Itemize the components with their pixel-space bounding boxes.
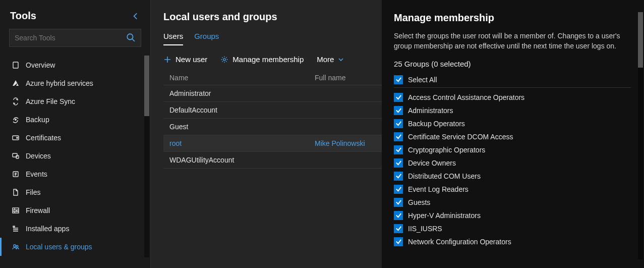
group-checkbox[interactable]	[394, 145, 403, 154]
tabs: UsersGroups	[163, 32, 382, 46]
sidebar-item-installed-apps[interactable]: Installed apps	[0, 220, 150, 238]
panel-scrollbar-thumb[interactable]	[638, 12, 643, 68]
filesync-icon	[12, 97, 20, 105]
more-button[interactable]: More	[317, 55, 344, 64]
group-label: Network Configuration Operators	[408, 238, 511, 246]
users-table: Name Full name AdministratorDefaultAccou…	[163, 71, 382, 169]
group-row[interactable]: Access Control Assistance Operators	[394, 91, 641, 104]
cell-name: Administrator	[168, 89, 315, 97]
group-row[interactable]: Cryptographic Operators	[394, 143, 641, 156]
group-row[interactable]: Distributed COM Users	[394, 170, 641, 183]
svg-rect-8	[13, 208, 19, 213]
overview-icon	[12, 61, 20, 69]
sidebar-item-label: Files	[26, 188, 41, 196]
certificates-icon	[12, 134, 20, 142]
group-row[interactable]: IIS_IUSRS	[394, 222, 641, 235]
sidebar-item-label: Azure File Sync	[26, 97, 75, 105]
panel-scrollbar[interactable]	[638, 12, 643, 259]
sidebar-item-events[interactable]: Events	[0, 165, 150, 183]
sidebar-item-label: Local users & groups	[26, 243, 92, 251]
group-row[interactable]: Device Owners	[394, 156, 641, 170]
table-row[interactable]: Administrator	[163, 85, 382, 102]
group-checkbox[interactable]	[394, 224, 403, 233]
sidebar: Tools OverviewAzure hybrid servicesAzure…	[0, 0, 151, 268]
table-header: Name Full name	[163, 71, 382, 85]
sidebar-item-azure-file-sync[interactable]: Azure File Sync	[0, 92, 150, 111]
table-row[interactable]: rootMike Polinowski	[163, 135, 382, 152]
sidebar-item-local-users-groups[interactable]: Local users & groups	[0, 238, 150, 256]
sidebar-item-label: Azure hybrid services	[26, 79, 93, 87]
gear-icon	[220, 56, 228, 64]
group-checkbox[interactable]	[394, 185, 403, 194]
sidebar-title: Tools	[10, 10, 36, 22]
plus-icon	[163, 56, 171, 64]
group-label: Access Control Assistance Operators	[408, 93, 524, 101]
svg-rect-1	[13, 62, 18, 68]
membership-panel: Manage membership Select the groups the …	[382, 0, 644, 268]
tab-users[interactable]: Users	[163, 32, 183, 45]
sidebar-scrollbar[interactable]	[144, 56, 149, 257]
group-checkbox[interactable]	[394, 211, 403, 220]
group-row[interactable]: Network Configuration Operators	[394, 235, 641, 248]
search-icon[interactable]	[126, 33, 135, 42]
group-checkbox[interactable]	[394, 119, 403, 128]
group-row[interactable]: Event Log Readers	[394, 183, 641, 196]
sidebar-scrollbar-thumb[interactable]	[144, 56, 149, 116]
cell-name: WDAGUtilityAccount	[168, 156, 315, 164]
backup-icon	[12, 116, 20, 124]
svg-point-0	[127, 34, 133, 39]
column-name[interactable]: Name	[168, 74, 315, 82]
cell-name: Guest	[168, 123, 315, 131]
table-row[interactable]: DefaultAccount	[163, 102, 382, 119]
sidebar-item-azure-hybrid-services[interactable]: Azure hybrid services	[0, 74, 150, 92]
group-checkbox[interactable]	[394, 158, 403, 168]
sidebar-item-label: Overview	[26, 61, 55, 69]
group-checkbox[interactable]	[394, 237, 403, 246]
group-row[interactable]: Hyper-V Administrators	[394, 209, 641, 222]
group-checkbox[interactable]	[394, 106, 403, 115]
cell-name: DefaultAccount	[168, 106, 315, 114]
devices-icon	[12, 152, 20, 160]
main-content: Local users and groups UsersGroups New u…	[151, 0, 382, 268]
group-checkbox[interactable]	[394, 172, 403, 181]
cell-name: root	[168, 139, 315, 147]
table-row[interactable]: WDAGUtilityAccount	[163, 152, 382, 169]
group-label: IIS_IUSRS	[408, 225, 442, 233]
search-input[interactable]	[9, 29, 141, 47]
sidebar-item-devices[interactable]: Devices	[0, 147, 150, 165]
group-row[interactable]: Guests	[394, 196, 641, 209]
group-label: Cryptographic Operators	[408, 146, 485, 154]
tab-groups[interactable]: Groups	[194, 32, 219, 45]
manage-membership-label: Manage membership	[232, 55, 304, 64]
firewall-icon	[12, 206, 20, 215]
new-user-label: New user	[175, 55, 207, 64]
sidebar-item-files[interactable]: Files	[0, 183, 150, 201]
svg-point-11	[16, 245, 18, 247]
group-checkbox[interactable]	[394, 93, 403, 102]
group-checkbox[interactable]	[394, 132, 403, 141]
sidebar-item-overview[interactable]: Overview	[0, 56, 150, 74]
nav-list: OverviewAzure hybrid servicesAzure File …	[0, 56, 150, 268]
manage-membership-button[interactable]: Manage membership	[220, 55, 304, 64]
sidebar-item-label: Events	[26, 170, 47, 178]
group-list: Select All Access Control Assistance Ope…	[394, 73, 641, 268]
divider	[394, 87, 631, 88]
svg-point-2	[15, 119, 16, 120]
group-row[interactable]: Certificate Service DCOM Access	[394, 130, 641, 143]
collapse-icon[interactable]	[131, 12, 140, 21]
group-row[interactable]: Administrators	[394, 104, 641, 117]
svg-point-10	[14, 245, 16, 247]
sidebar-item-certificates[interactable]: Certificates	[0, 129, 150, 147]
table-row[interactable]: Guest	[163, 119, 382, 135]
select-all-checkbox[interactable]	[394, 75, 403, 84]
group-row[interactable]: Backup Operators	[394, 117, 641, 130]
usersgroups-icon	[12, 243, 20, 251]
sidebar-item-firewall[interactable]: Firewall	[0, 201, 150, 220]
group-checkbox[interactable]	[394, 198, 403, 207]
sidebar-item-backup[interactable]: Backup	[0, 111, 150, 129]
sidebar-item-label: Certificates	[26, 134, 61, 142]
select-all-row[interactable]: Select All	[394, 73, 641, 86]
new-user-button[interactable]: New user	[163, 55, 207, 64]
column-fullname[interactable]: Full name	[315, 74, 377, 82]
panel-title: Manage membership	[394, 12, 641, 24]
